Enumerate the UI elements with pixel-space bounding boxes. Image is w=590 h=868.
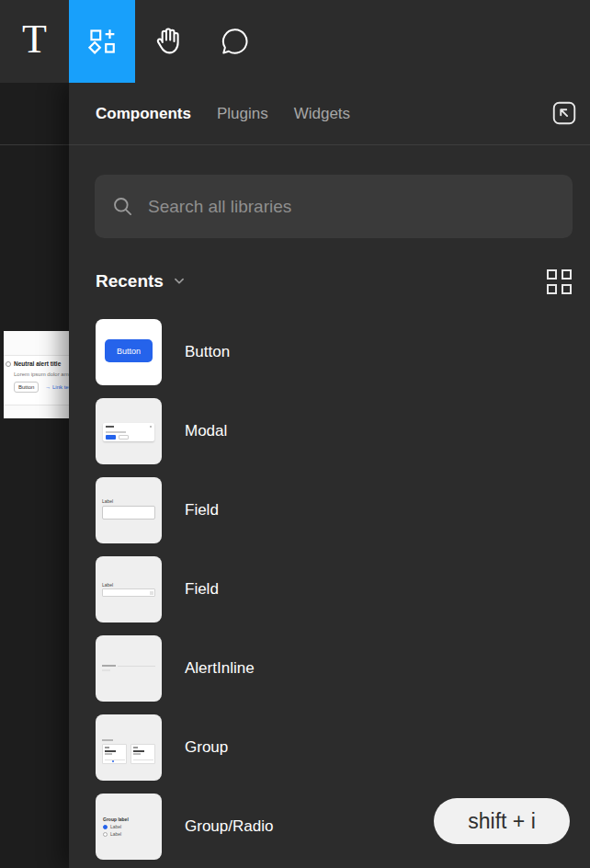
canvas-guide-line xyxy=(0,144,69,145)
hand-tool-button[interactable] xyxy=(135,0,201,83)
artboard-fragment[interactable]: Neutral alert title Lorem ipsum dolor am… xyxy=(4,331,69,418)
mini-radio-group-label: Group label xyxy=(103,817,129,822)
component-name: Button xyxy=(185,343,230,361)
tab-plugins[interactable]: Plugins xyxy=(217,105,268,123)
assets-tool-button[interactable] xyxy=(69,0,135,83)
radio-unselected-icon xyxy=(103,832,108,837)
mini-input-caret xyxy=(150,591,153,595)
alert-button: Button xyxy=(14,382,39,393)
hand-icon xyxy=(151,24,186,59)
alert-title: Neutral alert title xyxy=(14,360,61,367)
mini-card-preview xyxy=(130,744,155,764)
app-window: T xyxy=(0,0,590,868)
search-input[interactable] xyxy=(148,197,556,217)
component-thumbnail xyxy=(96,714,162,781)
mini-button-preview: Button xyxy=(105,339,153,362)
component-name: Field xyxy=(185,580,219,599)
recents-header: Recents xyxy=(96,267,572,296)
mini-input-preview xyxy=(102,588,155,597)
comment-icon xyxy=(218,25,251,58)
alert-actions: Button → Link text xyxy=(14,382,69,393)
assets-icon xyxy=(86,26,118,57)
alert-body-text: Lorem ipsum dolor amet conse xyxy=(14,371,69,377)
text-icon: T xyxy=(22,19,47,60)
tab-widgets[interactable]: Widgets xyxy=(294,105,350,123)
component-thumbnail: Button xyxy=(96,319,162,385)
component-name: Group/Radio xyxy=(185,817,273,836)
mini-group-label xyxy=(102,739,113,741)
component-thumbnail xyxy=(96,398,162,464)
list-item-alertinline[interactable]: AlertInline xyxy=(96,635,590,702)
component-name: Group xyxy=(185,738,228,757)
info-icon xyxy=(6,361,11,367)
shortcut-hint-badge: shift + i xyxy=(434,798,570,844)
mini-alert-line xyxy=(102,669,110,671)
component-name: AlertInline xyxy=(185,659,255,678)
mini-input-preview xyxy=(102,506,155,520)
alert-title-row: Neutral alert title xyxy=(6,360,61,367)
list-item-group[interactable]: Group xyxy=(96,714,590,781)
component-name: Modal xyxy=(185,422,227,440)
component-thumbnail: Label xyxy=(96,477,162,543)
popout-panel-button[interactable] xyxy=(550,98,578,127)
component-list: Button Button Modal Label Field xyxy=(96,319,590,868)
component-name: Field xyxy=(185,501,219,520)
main-toolbar: T xyxy=(0,0,590,83)
list-item-field[interactable]: Label Field xyxy=(96,477,590,543)
tab-components[interactable]: Components xyxy=(96,105,191,123)
comment-tool-button[interactable] xyxy=(201,0,267,83)
mini-field-label: Label xyxy=(102,498,113,504)
component-thumbnail: Group label Label Label xyxy=(96,794,162,860)
assets-panel: Components Plugins Widgets Recents xyxy=(69,83,590,868)
mini-modal-preview xyxy=(103,423,154,441)
chevron-down-icon[interactable] xyxy=(173,275,186,291)
recents-title[interactable]: Recents xyxy=(96,271,164,291)
list-item-field-2[interactable]: Label Field xyxy=(96,556,590,622)
radio-selected-icon xyxy=(103,825,108,829)
mini-field-label: Label xyxy=(102,582,113,588)
component-thumbnail: Label xyxy=(96,556,162,622)
component-thumbnail xyxy=(96,635,162,702)
list-item-modal[interactable]: Modal xyxy=(96,398,590,464)
neutral-alert-card[interactable]: Neutral alert title Lorem ipsum dolor am… xyxy=(4,355,69,405)
search-bar[interactable] xyxy=(95,175,573,238)
search-icon xyxy=(111,195,135,219)
panel-tabs: Components Plugins Widgets xyxy=(69,83,590,145)
open-in-new-window-icon xyxy=(550,99,578,127)
text-tool-button[interactable]: T xyxy=(0,0,69,83)
grid-view-icon[interactable] xyxy=(547,269,572,294)
list-item-button[interactable]: Button Button xyxy=(96,319,590,385)
mini-radio-option: Label xyxy=(103,831,121,837)
mini-alert-line xyxy=(102,665,116,667)
alert-link: → Link text xyxy=(45,384,69,390)
canvas[interactable]: Neutral alert title Lorem ipsum dolor am… xyxy=(0,83,69,868)
mini-alert-line xyxy=(118,666,155,668)
mini-card-preview xyxy=(102,744,127,764)
mini-radio-option: Label xyxy=(103,824,121,829)
